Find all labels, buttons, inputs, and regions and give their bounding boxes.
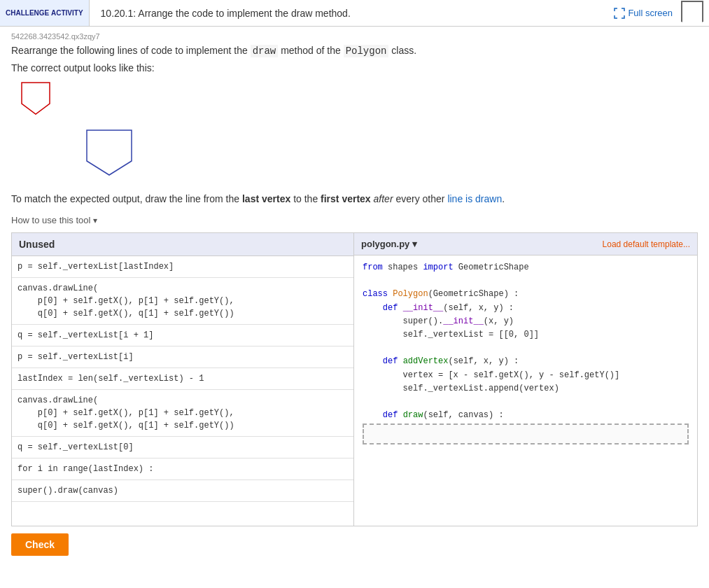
fullscreen-icon bbox=[614, 8, 625, 19]
keyword: from bbox=[363, 262, 383, 272]
classname: Polygon bbox=[393, 289, 428, 299]
code-text: q = self._vertexList[i + 1] bbox=[17, 330, 153, 340]
how-to-use-label: How to use this tool bbox=[11, 215, 90, 225]
keyword: import bbox=[423, 262, 453, 272]
code-text: super(). bbox=[403, 316, 444, 326]
output-label: The correct output looks like this: bbox=[11, 62, 698, 74]
keyword: def bbox=[383, 410, 403, 420]
code-line: class Polygon(GeometricShape) : bbox=[357, 288, 694, 301]
badge-text2: ACTIVITY bbox=[51, 9, 83, 18]
code-line bbox=[357, 342, 694, 355]
code-text: GeometricShape bbox=[454, 262, 529, 272]
shapes-container bbox=[18, 79, 698, 181]
code-items-list: p = self._vertexList[lastIndex] canvas.d… bbox=[12, 256, 353, 526]
description-text: Rearrange the following lines of code to… bbox=[11, 45, 698, 57]
panels: Unused p = self._vertexList[lastIndex] c… bbox=[11, 232, 698, 526]
code-line: from shapes import GeometricShape bbox=[357, 261, 694, 274]
code-text: (self, canvas) : bbox=[423, 410, 503, 420]
code-text: shapes bbox=[383, 262, 423, 272]
fullscreen-label: Full screen bbox=[628, 8, 673, 18]
code-text: for i in range(lastIndex) : bbox=[17, 464, 153, 474]
code-item[interactable]: q = self._vertexList[i + 1] bbox=[12, 325, 353, 346]
file-selector[interactable]: polygon.py ▾ bbox=[361, 239, 417, 249]
code-item[interactable]: lastIndex = len(self._vertexList) - 1 bbox=[12, 368, 353, 390]
how-to-use[interactable]: How to use this tool ▾ bbox=[11, 215, 698, 225]
code-item[interactable]: canvas.drawLine( p[0] + self.getX(), p[1… bbox=[12, 390, 353, 437]
check-button[interactable]: Check bbox=[11, 533, 69, 556]
code-item[interactable]: q = self._vertexList[0] bbox=[12, 437, 353, 458]
code-text: p = self._vertexList[lastIndex] bbox=[17, 262, 174, 272]
code-line: super().__init__(x, y) bbox=[357, 315, 694, 328]
code-item[interactable]: canvas.drawLine( p[0] + self.getX(), p[1… bbox=[12, 278, 353, 325]
shape-small bbox=[18, 79, 698, 118]
unused-label: Unused bbox=[19, 239, 55, 250]
code-text: self._vertexList = [[0, 0]] bbox=[403, 330, 539, 340]
method-name: addVertex bbox=[403, 356, 449, 366]
code-line: def __init__(self, x, y) : bbox=[357, 302, 694, 315]
code-panel-header: polygon.py ▾ Load default template... bbox=[354, 233, 697, 255]
code-item[interactable]: for i in range(lastIndex) : bbox=[12, 458, 353, 480]
fullscreen-button[interactable]: Full screen bbox=[605, 8, 681, 19]
code-text: (x, y) bbox=[484, 316, 514, 326]
shape-large bbox=[81, 125, 698, 181]
polygon-class-code: Polygon bbox=[344, 45, 389, 57]
method-name: draw bbox=[403, 410, 423, 420]
code-text: vertex = [x - self.getX(), y - self.getY… bbox=[403, 370, 620, 380]
code-panel: polygon.py ▾ Load default template... fr… bbox=[354, 232, 698, 526]
load-default-button[interactable]: Load default template... bbox=[603, 239, 690, 249]
code-text: canvas.drawLine( p[0] + self.getX(), p[1… bbox=[17, 396, 234, 430]
draw-method-code: draw bbox=[251, 45, 279, 57]
badge-text: CHALLENGE bbox=[6, 9, 49, 18]
method-name: __init__ bbox=[443, 316, 484, 326]
code-text: self._vertexList.append(vertex) bbox=[403, 384, 559, 393]
code-text: canvas.drawLine( p[0] + self.getX(), p[1… bbox=[17, 284, 234, 318]
drop-zone[interactable] bbox=[363, 424, 689, 444]
code-item[interactable]: p = self._vertexList[lastIndex] bbox=[12, 256, 353, 278]
code-line bbox=[357, 274, 694, 288]
code-line bbox=[357, 396, 694, 409]
code-item[interactable]: super().draw(canvas) bbox=[12, 480, 353, 502]
code-text: p = self._vertexList[i] bbox=[17, 352, 134, 362]
code-line: self._vertexList.append(vertex) bbox=[357, 382, 694, 396]
keyword: def bbox=[383, 303, 403, 313]
code-line: self._vertexList = [[0, 0]] bbox=[357, 328, 694, 342]
unused-panel: Unused p = self._vertexList[lastIndex] c… bbox=[11, 232, 354, 526]
header: CHALLENGE ACTIVITY 10.20.1: Arrange the … bbox=[0, 0, 709, 27]
session-id: 542268.3423542.qx3zqy7 bbox=[11, 32, 698, 41]
code-text: (GeometricShape) : bbox=[428, 289, 519, 299]
keyword: def bbox=[383, 356, 403, 366]
method-name: __init__ bbox=[403, 303, 444, 313]
bottom-bar: Check bbox=[0, 526, 709, 563]
code-line: def addVertex(self, x, y) : bbox=[357, 355, 694, 368]
code-item[interactable]: p = self._vertexList[i] bbox=[12, 346, 353, 368]
bookmark-icon bbox=[681, 1, 703, 26]
chevron-down-icon: ▾ bbox=[412, 239, 417, 249]
code-line: def draw(self, canvas) : bbox=[357, 409, 694, 422]
code-display: from shapes import GeometricShape class … bbox=[354, 255, 697, 526]
code-text: super().draw(canvas) bbox=[17, 486, 118, 496]
main-content: 542268.3423542.qx3zqy7 Rearrange the fol… bbox=[0, 27, 709, 526]
unused-panel-header: Unused bbox=[12, 233, 353, 256]
chevron-down-icon: ▾ bbox=[93, 216, 97, 225]
filename-label: polygon.py bbox=[361, 239, 409, 249]
code-text: (self, x, y) : bbox=[448, 356, 519, 366]
code-text: q = self._vertexList[0] bbox=[17, 442, 134, 452]
code-line: vertex = [x - self.getX(), y - self.getY… bbox=[357, 369, 694, 382]
code-text: lastIndex = len(self._vertexList) - 1 bbox=[17, 374, 204, 384]
challenge-activity-badge: CHALLENGE ACTIVITY bbox=[0, 0, 90, 26]
code-text: (self, x, y) : bbox=[443, 303, 514, 313]
header-title: 10.20.1: Arrange the code to implement t… bbox=[90, 8, 606, 19]
instruction-text: To match the expected output, draw the l… bbox=[11, 192, 698, 206]
keyword: class bbox=[363, 289, 393, 299]
